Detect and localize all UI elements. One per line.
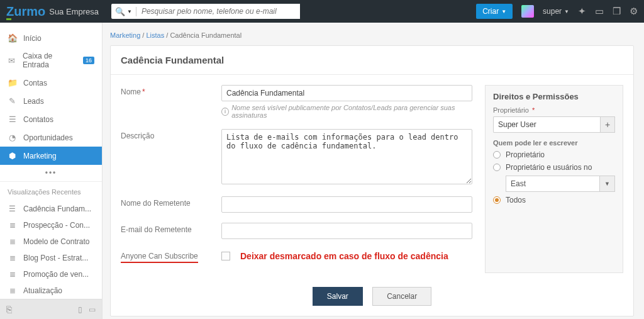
recent-item[interactable]: ≣Atualização bbox=[0, 283, 102, 299]
sidebar-item-accounts[interactable]: 📁Contas bbox=[0, 74, 102, 92]
sidebar: 🏠Início ✉Caixa de Entrada16 📁Contas ✎Lea… bbox=[0, 23, 103, 319]
recent-item[interactable]: ≣Prospecção - Con... bbox=[0, 217, 102, 233]
breadcrumb-current: Cadência Fundamental bbox=[170, 31, 242, 39]
sidebar-footer: ⎘ ▯ ▭ bbox=[0, 299, 102, 319]
cube-icon[interactable]: ❒ bbox=[613, 6, 621, 17]
list-icon: ☰ bbox=[8, 204, 17, 213]
company-label: Sua Empresa bbox=[49, 7, 99, 16]
owner-input[interactable] bbox=[493, 116, 600, 133]
sender-name-input[interactable] bbox=[221, 196, 472, 213]
cancel-button[interactable]: Cancelar bbox=[372, 287, 431, 306]
recent-item-label: Prospecção - Con... bbox=[23, 221, 90, 230]
user-menu[interactable]: super ▼ bbox=[543, 7, 569, 16]
contacts-icon: ☰ bbox=[8, 115, 17, 124]
recents-title: Visualizações Recentes bbox=[0, 182, 102, 201]
chevron-down-icon: ▼ bbox=[564, 9, 569, 14]
form-actions: Salvar Cancelar bbox=[111, 283, 633, 316]
wand-icon[interactable]: ✦ bbox=[578, 6, 586, 17]
radio-owner-and[interactable]: Proprietário e usuários no bbox=[493, 163, 615, 172]
chevron-down-icon: ▼ bbox=[600, 176, 615, 192]
recent-item[interactable]: ≣Blog Post - Estrat... bbox=[0, 250, 102, 266]
sidebar-item-label: Oportunidades bbox=[23, 133, 73, 142]
anyone-subscribe-checkbox[interactable] bbox=[221, 252, 230, 260]
group-select-value: East bbox=[506, 176, 600, 192]
description-textarea[interactable] bbox=[221, 129, 472, 184]
sender-email-input[interactable] bbox=[221, 223, 472, 239]
brand-logo[interactable]: Zurmo bbox=[6, 4, 45, 19]
create-button-label: Criar bbox=[482, 7, 499, 16]
info-icon: i bbox=[221, 108, 229, 116]
radio-icon bbox=[493, 151, 501, 159]
group-select[interactable]: East ▼ bbox=[506, 176, 615, 192]
search-icon: 🔍 bbox=[115, 7, 125, 16]
save-button[interactable]: Salvar bbox=[313, 287, 363, 306]
main-content: Marketing / Listas / Cadência Fundamenta… bbox=[103, 23, 644, 319]
permissions-title: Direitos e Permissões bbox=[493, 92, 615, 101]
stack-icon: ≣ bbox=[8, 221, 17, 230]
sidebar-item-label: Marketing bbox=[23, 152, 57, 160]
search-wrap: 🔍 ▼ bbox=[111, 4, 300, 19]
gear-icon[interactable]: ⚙ bbox=[630, 6, 638, 17]
home-icon: 🏠 bbox=[8, 33, 17, 43]
user-label: super bbox=[543, 7, 562, 16]
stack-icon: ≣ bbox=[8, 254, 17, 262]
sidebar-item-label: Início bbox=[23, 34, 42, 43]
recent-item[interactable]: ≣Promoção de ven... bbox=[0, 266, 102, 283]
breadcrumb-link[interactable]: Marketing bbox=[110, 31, 140, 39]
owner-label: Proprietário * bbox=[493, 106, 615, 114]
footer: Zurmo Copyright © Zurmo Inc., 2018. All … bbox=[110, 316, 634, 319]
sidebar-item-label: Caixa de Entrada bbox=[23, 52, 77, 69]
search-scope-dropdown[interactable]: 🔍 ▼ bbox=[111, 7, 136, 16]
mobile-icon[interactable]: ▯ bbox=[78, 305, 82, 314]
name-label: Nome* bbox=[121, 85, 221, 96]
annotation-text: Deixar desmarcado em caso de fluxo de ca… bbox=[240, 251, 448, 261]
anyone-subscribe-label: Anyone Can Subscribe bbox=[121, 249, 221, 263]
mail-icon: ✉ bbox=[8, 56, 16, 65]
radio-icon bbox=[493, 164, 501, 171]
sidebar-item-opportunities[interactable]: ◔Oportunidades bbox=[0, 128, 102, 147]
collapse-sidebar-icon[interactable]: ⎘ bbox=[6, 304, 12, 315]
chevron-down-icon: ▼ bbox=[127, 9, 132, 14]
sidebar-item-leads[interactable]: ✎Leads bbox=[0, 92, 102, 110]
sidebar-item-inbox[interactable]: ✉Caixa de Entrada16 bbox=[0, 47, 102, 74]
breadcrumb: Marketing / Listas / Cadência Fundamenta… bbox=[110, 31, 634, 39]
name-input[interactable] bbox=[221, 85, 472, 101]
recent-item[interactable]: ≣Modelo de Contrato bbox=[0, 233, 102, 250]
recent-item-label: Atualização bbox=[23, 286, 62, 295]
search-input[interactable] bbox=[136, 4, 300, 19]
description-label: Descrição bbox=[121, 129, 221, 140]
radio-label: Proprietário bbox=[506, 150, 545, 159]
sender-name-label: Nome do Remetente bbox=[121, 196, 221, 208]
stack-icon: ≣ bbox=[8, 286, 17, 295]
create-button[interactable]: Criar ▼ bbox=[476, 4, 513, 19]
breadcrumb-link[interactable]: Listas bbox=[146, 31, 164, 39]
avatar[interactable] bbox=[521, 5, 534, 18]
folder-icon: 📁 bbox=[8, 78, 17, 87]
recent-item-label: Blog Post - Estrat... bbox=[23, 254, 88, 262]
radio-all[interactable]: Todos bbox=[493, 196, 615, 204]
topbar: Zurmo Sua Empresa 🔍 ▼ Criar ▼ super ▼ ✦ … bbox=[0, 0, 644, 23]
sidebar-item-marketing[interactable]: ⬢Marketing bbox=[0, 147, 102, 165]
sidebar-item-label: Leads bbox=[23, 97, 44, 106]
sidebar-more-button[interactable]: ••• bbox=[0, 165, 102, 182]
sidebar-item-label: Contas bbox=[23, 79, 47, 87]
radio-icon bbox=[493, 196, 501, 204]
recent-item[interactable]: ☰Cadência Fundam... bbox=[0, 201, 102, 217]
radio-label: Todos bbox=[506, 196, 526, 204]
recent-item-label: Modelo de Contrato bbox=[23, 237, 89, 246]
opportunities-icon: ◔ bbox=[8, 133, 17, 142]
desktop-icon[interactable]: ▭ bbox=[89, 305, 96, 314]
sender-email-label: E-mail do Remetente bbox=[121, 223, 221, 234]
name-helper: iNome será visível publicamente por Cont… bbox=[221, 104, 472, 119]
panel-title: Cadência Fundamental bbox=[111, 46, 633, 75]
form-panel: Cadência Fundamental Nome* iNome será vi… bbox=[110, 45, 634, 316]
calendar-icon[interactable]: ▭ bbox=[595, 6, 604, 17]
radio-label: Proprietário e usuários no bbox=[506, 163, 592, 172]
sidebar-item-home[interactable]: 🏠Início bbox=[0, 29, 102, 47]
radio-owner[interactable]: Proprietário bbox=[493, 150, 615, 159]
sidebar-item-label: Contatos bbox=[23, 115, 53, 124]
owner-add-button[interactable]: + bbox=[600, 116, 615, 133]
sidebar-item-contacts[interactable]: ☰Contatos bbox=[0, 110, 102, 128]
permissions-panel: Direitos e Permissões Proprietário * + Q… bbox=[485, 85, 623, 273]
chevron-down-icon: ▼ bbox=[501, 9, 506, 14]
